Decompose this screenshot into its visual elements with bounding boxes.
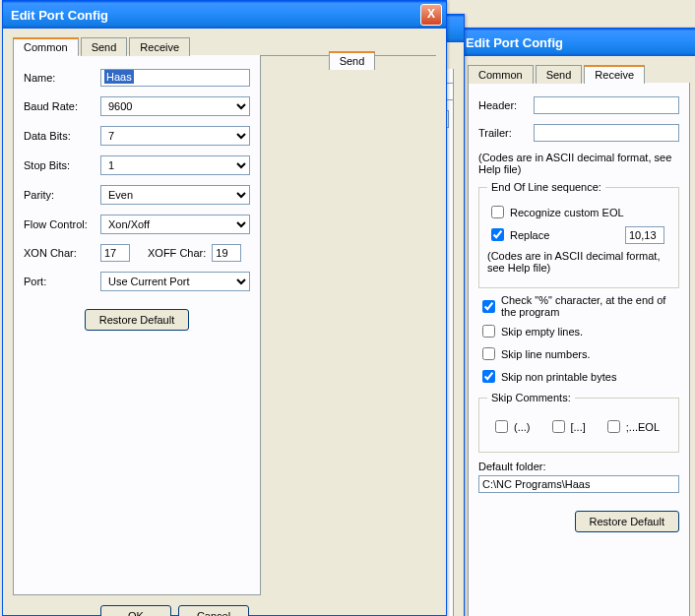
stopbits-select[interactable]: 1 — [100, 155, 250, 175]
restore-button[interactable]: Restore Default — [575, 511, 679, 532]
xon-input[interactable] — [100, 244, 130, 262]
close-button[interactable]: X — [420, 4, 442, 26]
skip-comments-group: Skip Comments: (...) [...] ;...EOL — [478, 392, 679, 453]
parity-label: Parity: — [24, 189, 100, 201]
receive-panel: Header: Trailer: (Codes are in ASCII dec… — [468, 83, 690, 616]
flow-select[interactable]: Xon/Xoff — [100, 215, 250, 234]
default-folder-label: Default folder: — [478, 461, 679, 472]
check-pct-label: Check "%" character, at the end of the p… — [501, 294, 679, 318]
tab-common[interactable]: Common — [13, 37, 79, 56]
ok-button[interactable]: OK — [100, 605, 171, 616]
skip-eol-checkbox[interactable] — [607, 420, 620, 433]
replace-input[interactable] — [625, 226, 664, 244]
replace-checkbox[interactable] — [491, 228, 504, 241]
tab-strip: Common Send Receive — [468, 64, 690, 84]
skip-linenum-label: Skip line numbers. — [501, 348, 591, 360]
dialog-receive: Edit Port Config Common Send Receive Hea… — [457, 28, 695, 616]
tab-common[interactable]: Common — [468, 65, 534, 84]
tab-receive[interactable]: Receive — [129, 37, 190, 56]
skip-linenum-checkbox[interactable] — [482, 347, 495, 360]
tab-send[interactable]: Send — [536, 65, 583, 84]
recognize-eol-checkbox[interactable] — [491, 206, 504, 218]
titlebar[interactable]: Edit Port Config — [458, 29, 695, 56]
cancel-button[interactable]: Cancel — [178, 605, 249, 616]
tab-send[interactable]: Send — [329, 51, 376, 70]
check-pct-checkbox[interactable] — [482, 300, 495, 313]
port-select[interactable]: Use Current Port — [100, 272, 250, 291]
replace-label: Replace — [510, 229, 625, 241]
dialog-title: Edit Port Config — [11, 8, 108, 23]
ascii-note: (Codes are in ASCII decimal format, see … — [478, 152, 679, 175]
ascii-note2: (Codes are in ASCII decimal format, see … — [487, 250, 670, 274]
dialog-title: Edit Port Config — [466, 35, 563, 50]
recognize-eol-label: Recognize custom EOL — [510, 207, 624, 218]
flow-label: Flow Control: — [24, 218, 100, 230]
databits-select[interactable]: 7 — [100, 126, 250, 146]
trailer-label: Trailer: — [478, 127, 534, 139]
skip-nonprint-label: Skip non printable bytes — [501, 371, 616, 383]
skip-paren-checkbox[interactable] — [495, 420, 508, 433]
xoff-label: XOFF Char: — [148, 247, 206, 259]
header-label: Header: — [478, 99, 534, 111]
name-input[interactable]: Haas — [104, 70, 134, 84]
tab-send[interactable]: Send — [81, 37, 128, 56]
databits-label: Data Bits: — [24, 130, 100, 142]
titlebar[interactable]: Edit Port Config X — [3, 1, 446, 29]
baud-label: Baud Rate: — [24, 100, 100, 112]
eol-group: End Of Line sequence: Recognize custom E… — [478, 181, 679, 288]
baud-select[interactable]: 9600 — [100, 96, 250, 116]
xon-label: XON Char: — [24, 247, 100, 259]
skip-bracket-checkbox[interactable] — [552, 420, 565, 433]
skip-comments-legend: Skip Comments: — [487, 392, 575, 403]
dialog-common: Edit Port Config X Common Send Receive N… — [2, 0, 447, 616]
parity-select[interactable]: Even — [100, 185, 250, 205]
header-input[interactable] — [534, 96, 679, 114]
common-panel: Name: Haas Baud Rate: 9600 Data Bits: 7 … — [13, 55, 261, 595]
name-label: Name: — [24, 72, 100, 84]
eol-legend: End Of Line sequence: — [487, 181, 605, 193]
xoff-input[interactable] — [212, 244, 241, 262]
skip-empty-checkbox[interactable] — [482, 325, 495, 338]
trailer-input[interactable] — [534, 124, 679, 142]
stopbits-label: Stop Bits: — [24, 159, 100, 171]
tab-receive[interactable]: Receive — [584, 65, 645, 84]
skip-empty-label: Skip empty lines. — [501, 326, 583, 338]
restore-button[interactable]: Restore Default — [85, 309, 189, 331]
skip-nonprint-checkbox[interactable] — [482, 370, 495, 383]
port-label: Port: — [24, 276, 100, 287]
default-folder-input[interactable] — [478, 475, 679, 493]
